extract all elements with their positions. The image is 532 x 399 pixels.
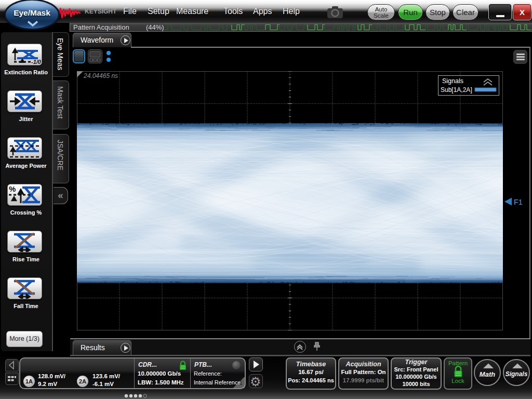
svg-text:%: % (9, 184, 16, 193)
svg-text:Sub[1A,2A]: Sub[1A,2A] (441, 86, 472, 94)
svg-text:F1: F1 (514, 198, 523, 206)
svg-text:-1/0: -1/0 (31, 59, 42, 65)
svg-text:Signals: Signals (442, 77, 463, 85)
svg-text:24.04465 ns: 24.04465 ns (83, 72, 118, 79)
